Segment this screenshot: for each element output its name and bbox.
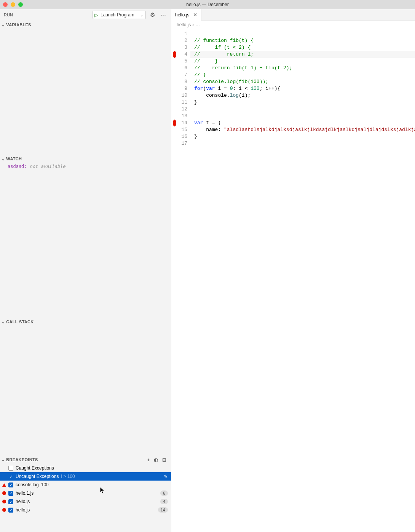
breakpoint-condition: i > 100 (61, 474, 75, 479)
breakpoint-label: hello.js (16, 507, 30, 513)
code-line[interactable]: // } (190, 72, 415, 78)
breakpoint-row[interactable]: ✓Uncaught Exceptions i > 100✎ (0, 472, 171, 481)
line-number: 13 (177, 113, 187, 120)
breakpoint-checkbox[interactable] (8, 466, 13, 471)
code-line[interactable]: // function fib(t) { (190, 37, 415, 44)
watch-expression: asdasd: (8, 164, 30, 169)
close-window-button[interactable] (3, 2, 8, 7)
breadcrumb[interactable]: hello.js › … (171, 21, 415, 29)
debug-sidebar: RUN ▷ Launch Program ⌄ ⚙ ⋯ ⌄ VARIABLES ⌄… (0, 9, 171, 532)
line-number: 6 (177, 65, 187, 72)
breakpoint-row[interactable]: ✓hello.js14 (0, 506, 171, 514)
gear-icon[interactable]: ⚙ (149, 11, 156, 18)
code-lines[interactable]: // function fib(t) {// if (t < 2) {// re… (190, 29, 415, 532)
code-line[interactable] (190, 140, 415, 147)
breakpoint-gutter[interactable] (171, 29, 177, 532)
breakpoint-checkbox[interactable]: ✓ (8, 474, 13, 479)
watch-header[interactable]: ⌄ WATCH (0, 155, 171, 163)
breakpoint-checkbox[interactable]: ✓ (8, 482, 13, 487)
code-line[interactable]: // if (t < 2) { (190, 44, 415, 51)
breadcrumb-more: … (195, 22, 200, 27)
code-area[interactable]: 1234567891011121314151617 // function fi… (171, 29, 415, 532)
breakpoint-row[interactable]: Caught Exceptions (0, 464, 171, 472)
breakpoint-row[interactable]: ✓hello.1.js6 (0, 489, 171, 497)
line-number: 12 (177, 106, 187, 113)
variables-header[interactable]: ⌄ VARIABLES (0, 21, 171, 29)
breakpoint-icon[interactable] (173, 120, 176, 126)
tab-label: hello.js (175, 12, 189, 18)
breakpoint-label: console.log (16, 482, 39, 487)
line-number: 1 (177, 30, 187, 37)
code-line[interactable]: var t = { (190, 120, 415, 126)
traffic-lights (3, 2, 23, 7)
breakpoint-row[interactable]: ✓hello.js4 (0, 497, 171, 506)
watch-item[interactable]: asdasd: not available (0, 163, 171, 170)
chevron-down-icon: ⌄ (2, 23, 5, 27)
watch-section: ⌄ WATCH asdasd: not available (0, 155, 171, 318)
line-number: 5 (177, 58, 187, 65)
line-number: 15 (177, 126, 187, 133)
line-number: 8 (177, 78, 187, 85)
breakpoint-icon (2, 508, 6, 512)
breakpoint-icon-none (2, 474, 6, 478)
variables-title: VARIABLES (6, 22, 31, 27)
breakpoint-icon (2, 491, 6, 495)
code-line[interactable] (190, 106, 415, 113)
breakpoint-checkbox[interactable]: ✓ (8, 508, 13, 513)
breakpoint-row[interactable]: ✓console.log 100 (0, 481, 171, 489)
line-number: 16 (177, 133, 187, 140)
minimize-window-button[interactable] (11, 2, 15, 7)
line-number: 7 (177, 72, 187, 78)
titlebar: hello.js — December (0, 0, 415, 9)
watch-title: WATCH (6, 157, 22, 161)
code-line[interactable] (190, 113, 415, 120)
line-number: 14 (177, 120, 187, 126)
breakpoint-label: Caught Exceptions (16, 465, 54, 471)
breakpoint-checkbox[interactable]: ✓ (8, 491, 13, 496)
breakpoint-icon-none (2, 466, 6, 470)
line-number: 4 (177, 51, 187, 58)
run-label: RUN (4, 13, 89, 17)
chevron-down-icon: ⌄ (2, 458, 5, 462)
breakpoints-header[interactable]: ⌄ BREAKPOINTS + ◐ ⊟ (0, 455, 171, 464)
code-line[interactable] (190, 30, 415, 37)
close-tab-icon[interactable]: ✕ (193, 12, 197, 18)
line-number: 2 (177, 37, 187, 44)
launch-config-name: Launch Program (100, 12, 140, 18)
toggle-breakpoints-icon[interactable]: ◐ (154, 457, 158, 463)
chevron-down-icon[interactable]: ⌄ (140, 13, 145, 17)
editor-area: hello.js ✕ hello.js › … 1234567891011121… (171, 9, 415, 532)
callstack-header[interactable]: ⌄ CALL STACK (0, 318, 171, 326)
variables-section: ⌄ VARIABLES (0, 21, 171, 155)
line-number: 11 (177, 99, 187, 106)
more-icon[interactable]: ⋯ (159, 11, 167, 18)
code-line[interactable]: // return 1; (190, 51, 415, 58)
breakpoint-label: hello.1.js (16, 490, 34, 496)
breakpoints-section: ⌄ BREAKPOINTS + ◐ ⊟ Caught Exceptions✓Un… (0, 455, 171, 514)
breakpoints-title: BREAKPOINTS (6, 457, 38, 462)
main-area: RUN ▷ Launch Program ⌄ ⚙ ⋯ ⌄ VARIABLES ⌄… (0, 9, 415, 532)
editor-tab[interactable]: hello.js ✕ (171, 9, 201, 21)
code-line[interactable]: } (190, 99, 415, 106)
breakpoint-condition: 100 (41, 482, 49, 487)
line-number: 17 (177, 140, 187, 147)
code-line[interactable]: name: "alsdlashdlsjalkdjalksdjaslkjlkdsa… (190, 126, 415, 133)
code-line[interactable]: // return fib(t-1) + fib(t-2); (190, 65, 415, 72)
zoom-window-button[interactable] (18, 2, 23, 7)
edit-breakpoint-icon[interactable]: ✎ (164, 474, 168, 479)
breakpoint-icon (2, 500, 6, 503)
breakpoint-label: Uncaught Exceptions (16, 474, 59, 479)
play-icon[interactable]: ▷ (93, 12, 100, 18)
code-line[interactable]: // } (190, 58, 415, 65)
breakpoint-checkbox[interactable]: ✓ (8, 499, 13, 504)
watch-value: not available (30, 164, 65, 169)
code-line[interactable]: for(var i = 0; i < 100; i++){ (190, 85, 415, 92)
run-header: RUN ▷ Launch Program ⌄ ⚙ ⋯ (0, 9, 171, 21)
breakpoint-icon[interactable] (173, 51, 176, 58)
code-line[interactable]: } (190, 133, 415, 140)
code-line[interactable]: console.log(i); (190, 92, 415, 99)
add-breakpoint-icon[interactable]: + (147, 457, 150, 463)
remove-all-breakpoints-icon[interactable]: ⊟ (162, 457, 166, 463)
launch-config-select[interactable]: ▷ Launch Program ⌄ (93, 11, 146, 19)
code-line[interactable]: // console.log(fib(100)); (190, 78, 415, 85)
